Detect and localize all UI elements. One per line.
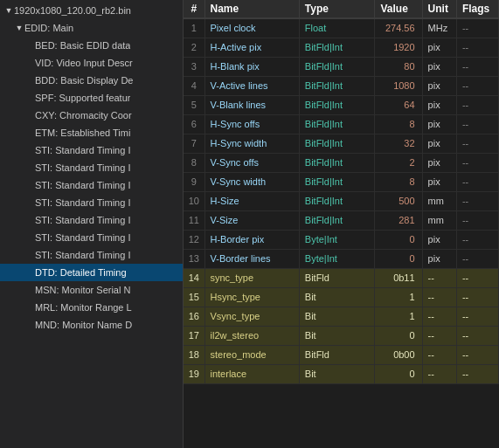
table-row[interactable]: 7H-Sync widthBitFld|Int32pix-- bbox=[184, 134, 499, 153]
table-row[interactable]: 6H-Sync offsBitFld|Int8pix-- bbox=[184, 114, 499, 134]
cell-unit: -- bbox=[422, 307, 456, 326]
cell-row-num: 17 bbox=[184, 326, 204, 345]
cell-flags: -- bbox=[456, 307, 498, 326]
cell-row-num: 1 bbox=[184, 18, 204, 38]
cell-unit: mm bbox=[422, 210, 456, 230]
cell-row-num: 7 bbox=[184, 134, 204, 153]
table-row[interactable]: 5V-Blank linesBitFld|Int64pix-- bbox=[184, 95, 499, 114]
tree-item-label: BED: Basic EDID data bbox=[35, 40, 130, 51]
cell-flags: -- bbox=[456, 249, 498, 268]
tree-item-cxy[interactable]: CXY: Chromacity Coor bbox=[0, 107, 183, 124]
tree-item-vid[interactable]: VID: Video Input Descr bbox=[0, 54, 183, 72]
tree-item-etm[interactable]: ETM: Established Timi bbox=[0, 124, 183, 141]
cell-name: H-Size bbox=[204, 191, 299, 210]
col-header-name: Name bbox=[204, 0, 299, 18]
tree-item-sti7[interactable]: STI: Standard Timing I bbox=[0, 246, 183, 264]
cell-unit: pix bbox=[422, 134, 456, 153]
cell-row-num: 16 bbox=[184, 307, 204, 326]
table-row[interactable]: 13V-Border linesByte|Int0pix-- bbox=[184, 249, 499, 268]
cell-name: V-Size bbox=[204, 210, 299, 230]
table-row[interactable]: 15Hsync_typeBit1---- bbox=[184, 287, 499, 307]
cell-row-num: 5 bbox=[184, 95, 204, 114]
cell-flags: -- bbox=[456, 18, 498, 38]
table-row[interactable]: 18stereo_modeBitFld0b00---- bbox=[184, 345, 499, 364]
cell-type: BitFld|Int bbox=[299, 191, 375, 210]
cell-unit: -- bbox=[422, 345, 456, 364]
cell-value: 0b00 bbox=[375, 345, 422, 364]
tree-item-sti5[interactable]: STI: Standard Timing I bbox=[0, 211, 183, 229]
tree-item-bed[interactable]: BED: Basic EDID data bbox=[0, 37, 183, 54]
cell-flags: -- bbox=[456, 191, 498, 210]
tree-item-mnd[interactable]: MND: Monitor Name D bbox=[0, 316, 183, 334]
table-row[interactable]: 4V-Active linesBitFld|Int1080pix-- bbox=[184, 76, 499, 95]
cell-name: sync_type bbox=[204, 268, 299, 287]
table-row[interactable]: 9V-Sync widthBitFld|Int8pix-- bbox=[184, 172, 499, 191]
table-row[interactable]: 12H-Border pixByte|Int0pix-- bbox=[184, 230, 499, 249]
table-row[interactable]: 16Vsync_typeBit1---- bbox=[184, 307, 499, 326]
cell-unit: pix bbox=[422, 172, 456, 191]
tree-item-label: ETM: Established Timi bbox=[35, 128, 130, 138]
cell-flags: -- bbox=[456, 345, 498, 364]
tree-item-label: STI: Standard Timing I bbox=[35, 145, 130, 155]
table-row[interactable]: 19interlaceBit0---- bbox=[184, 364, 499, 383]
cell-type: BitFld|Int bbox=[299, 134, 375, 153]
cell-name: V-Sync width bbox=[204, 172, 299, 191]
table-row[interactable]: 3H-Blank pixBitFld|Int80pix-- bbox=[184, 57, 499, 76]
table-row[interactable]: 8V-Sync offsBitFld|Int2pix-- bbox=[184, 153, 499, 172]
cell-flags: -- bbox=[456, 114, 498, 134]
cell-type: Bit bbox=[299, 364, 375, 383]
cell-value: 0 bbox=[375, 326, 422, 345]
table-row[interactable]: 10H-SizeBitFld|Int500mm-- bbox=[184, 191, 499, 210]
cell-flags: -- bbox=[456, 57, 498, 76]
tree-item-bdd[interactable]: BDD: Basic Display De bbox=[0, 72, 183, 89]
cell-type: Byte|Int bbox=[299, 249, 375, 268]
cell-value: 80 bbox=[375, 57, 422, 76]
cell-row-num: 12 bbox=[184, 230, 204, 249]
tree-item-mrl[interactable]: MRL: Monitor Range L bbox=[0, 299, 183, 316]
cell-value: 500 bbox=[375, 191, 422, 210]
tree-panel: ▼1920x1080_120.00_rb2.bin▼EDID: MainBED:… bbox=[0, 0, 184, 448]
cell-unit: pix bbox=[422, 38, 456, 57]
data-table: # Name Type Value Unit Flags 1Pixel cloc… bbox=[184, 0, 499, 384]
cell-type: BitFld|Int bbox=[299, 210, 375, 230]
tree-item-msn[interactable]: MSN: Monitor Serial N bbox=[0, 281, 183, 299]
tree-item-spf[interactable]: SPF: Supported featur bbox=[0, 89, 183, 107]
cell-type: BitFld bbox=[299, 345, 375, 364]
cell-unit: pix bbox=[422, 57, 456, 76]
cell-flags: -- bbox=[456, 38, 498, 57]
tree-item-sti3[interactable]: STI: Standard Timing I bbox=[0, 176, 183, 194]
table-row[interactable]: 17il2w_stereoBit0---- bbox=[184, 326, 499, 345]
cell-name: Vsync_type bbox=[204, 307, 299, 326]
tree-item-sti4[interactable]: STI: Standard Timing I bbox=[0, 194, 183, 211]
cell-flags: -- bbox=[456, 95, 498, 114]
cell-flags: -- bbox=[456, 364, 498, 383]
tree-item-label: MND: Monitor Name D bbox=[35, 320, 132, 330]
cell-flags: -- bbox=[456, 210, 498, 230]
cell-flags: -- bbox=[456, 172, 498, 191]
cell-row-num: 14 bbox=[184, 268, 204, 287]
cell-row-num: 15 bbox=[184, 287, 204, 307]
cell-value: 2 bbox=[375, 153, 422, 172]
table-row[interactable]: 2H-Active pixBitFld|Int1920pix-- bbox=[184, 38, 499, 57]
cell-row-num: 13 bbox=[184, 249, 204, 268]
cell-value: 8 bbox=[375, 172, 422, 191]
cell-unit: -- bbox=[422, 326, 456, 345]
cell-type: BitFld|Int bbox=[299, 76, 375, 95]
tree-item-edid-main[interactable]: ▼EDID: Main bbox=[0, 19, 183, 37]
cell-name: Pixel clock bbox=[204, 18, 299, 38]
cell-unit: pix bbox=[422, 95, 456, 114]
table-row[interactable]: 11V-SizeBitFld|Int281mm-- bbox=[184, 210, 499, 230]
cell-flags: -- bbox=[456, 287, 498, 307]
table-row[interactable]: 14sync_typeBitFld0b11---- bbox=[184, 268, 499, 287]
cell-name: H-Border pix bbox=[204, 230, 299, 249]
tree-item-sti2[interactable]: STI: Standard Timing I bbox=[0, 159, 183, 176]
tree-item-dtd[interactable]: DTD: Detailed Timing bbox=[0, 264, 183, 281]
tree-item-root[interactable]: ▼1920x1080_120.00_rb2.bin bbox=[0, 2, 183, 19]
cell-row-num: 6 bbox=[184, 114, 204, 134]
cell-unit: pix bbox=[422, 114, 456, 134]
cell-type: BitFld|Int bbox=[299, 153, 375, 172]
tree-item-sti1[interactable]: STI: Standard Timing I bbox=[0, 141, 183, 159]
cell-flags: -- bbox=[456, 268, 498, 287]
table-row[interactable]: 1Pixel clockFloat274.56MHz-- bbox=[184, 18, 499, 38]
tree-item-sti6[interactable]: STI: Standard Timing I bbox=[0, 229, 183, 246]
